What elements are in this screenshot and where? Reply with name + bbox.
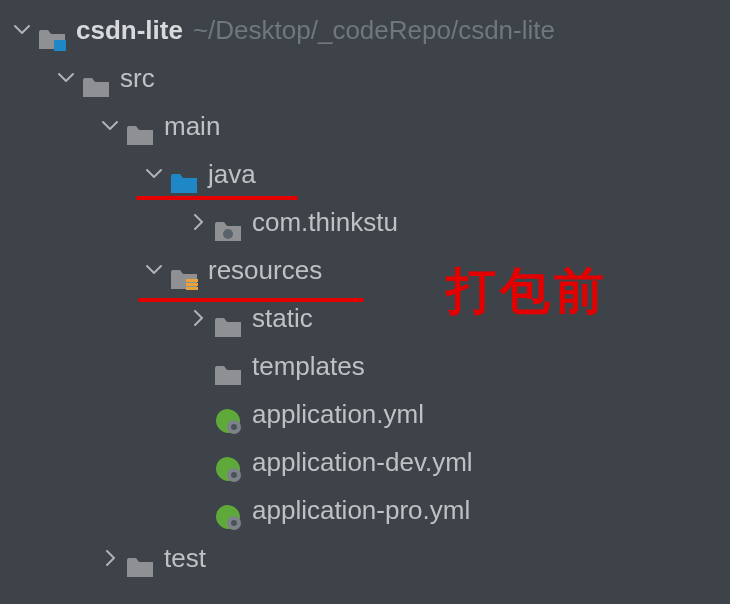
tree-item-application-dev-yml[interactable]: application-dev.yml [0, 438, 730, 486]
spring-config-icon [214, 402, 242, 426]
project-tree: csdn-lite ~/Desktop/_codeRepo/csdn-lite … [0, 0, 730, 582]
chevron-down-icon[interactable] [14, 22, 30, 38]
package-label: com.thinkstu [252, 198, 398, 246]
folder-label: src [120, 54, 155, 102]
tree-item-java[interactable]: java [0, 150, 730, 198]
annotation-text: 打包前 [446, 258, 608, 325]
folder-icon [126, 114, 154, 138]
folder-icon [126, 546, 154, 570]
chevron-down-icon[interactable] [146, 262, 162, 278]
tree-item-templates[interactable]: templates [0, 342, 730, 390]
file-label: application-pro.yml [252, 486, 470, 534]
folder-label: resources [208, 246, 322, 294]
tree-item-project-root[interactable]: csdn-lite ~/Desktop/_codeRepo/csdn-lite [0, 6, 730, 54]
annotation-underline-resources [138, 298, 364, 302]
project-name: csdn-lite [76, 6, 183, 54]
folder-label: java [208, 150, 256, 198]
folder-icon [214, 354, 242, 378]
chevron-down-icon[interactable] [146, 166, 162, 182]
folder-label: test [164, 534, 206, 582]
chevron-right-icon[interactable] [190, 214, 206, 230]
folder-icon [82, 66, 110, 90]
package-icon [214, 210, 242, 234]
tree-item-resources[interactable]: resources [0, 246, 730, 294]
source-folder-icon [170, 162, 198, 186]
tree-item-static[interactable]: static [0, 294, 730, 342]
spring-config-icon [214, 498, 242, 522]
chevron-right-icon[interactable] [102, 550, 118, 566]
chevron-down-icon[interactable] [102, 118, 118, 134]
annotation-underline-java [136, 196, 298, 200]
folder-label: templates [252, 342, 365, 390]
resources-folder-icon [170, 258, 198, 282]
project-path: ~/Desktop/_codeRepo/csdn-lite [193, 6, 555, 54]
chevron-right-icon[interactable] [190, 310, 206, 326]
file-label: application-dev.yml [252, 438, 473, 486]
tree-item-application-yml[interactable]: application.yml [0, 390, 730, 438]
file-label: application.yml [252, 390, 424, 438]
tree-item-application-pro-yml[interactable]: application-pro.yml [0, 486, 730, 534]
folder-label: main [164, 102, 220, 150]
tree-item-test[interactable]: test [0, 534, 730, 582]
folder-icon [214, 306, 242, 330]
project-folder-icon [38, 18, 66, 42]
tree-item-package[interactable]: com.thinkstu [0, 198, 730, 246]
tree-item-main[interactable]: main [0, 102, 730, 150]
chevron-down-icon[interactable] [58, 70, 74, 86]
spring-config-icon [214, 450, 242, 474]
tree-item-src[interactable]: src [0, 54, 730, 102]
